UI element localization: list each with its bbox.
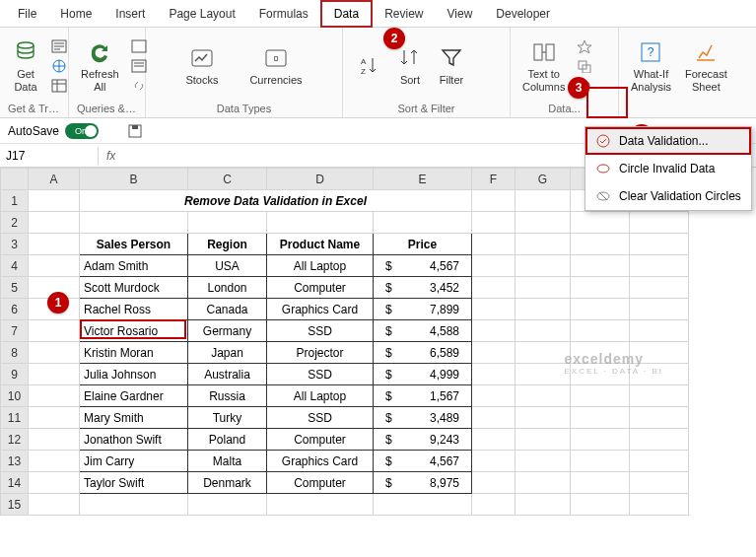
table-cell[interactable]: $7,899	[374, 299, 472, 320]
table-cell[interactable]: Projector	[267, 342, 374, 364]
row-3[interactable]: 3	[1, 234, 29, 255]
col-F[interactable]: F	[472, 169, 515, 190]
tab-review[interactable]: Review	[373, 2, 435, 26]
fx-label[interactable]: fx	[99, 149, 123, 163]
table-cell[interactable]: Kristin Moran	[80, 342, 188, 364]
table-cell[interactable]: Mary Smith	[80, 407, 188, 429]
table-cell[interactable]: SSD	[267, 320, 374, 342]
table-cell[interactable]: Malta	[188, 451, 267, 472]
row-11[interactable]: 11	[1, 407, 29, 429]
hdr-product-name[interactable]: Product Name	[267, 234, 374, 255]
name-box[interactable]: J17	[0, 147, 99, 165]
sort-az-button[interactable]: AZ	[351, 50, 386, 82]
row-14[interactable]: 14	[1, 472, 29, 494]
row-8[interactable]: 8	[1, 342, 29, 364]
get-data-button[interactable]: Get Data	[8, 36, 43, 94]
table-cell[interactable]: Jonathon Swift	[80, 429, 188, 451]
col-B[interactable]: B	[80, 169, 188, 190]
table-cell[interactable]: $3,489	[374, 407, 472, 429]
row-9[interactable]: 9	[1, 364, 29, 385]
hdr-region[interactable]: Region	[188, 234, 267, 255]
currencies-button[interactable]: ¤ Currencies	[245, 42, 306, 88]
tab-insert[interactable]: Insert	[103, 2, 157, 26]
table-cell[interactable]: SSD	[267, 407, 374, 429]
col-A[interactable]: A	[29, 169, 80, 190]
remove-duplicates-button[interactable]	[575, 57, 594, 75]
table-cell[interactable]: Rachel Ross	[80, 299, 188, 320]
row-12[interactable]: 12	[1, 429, 29, 451]
col-G[interactable]: G	[515, 169, 571, 190]
tab-file[interactable]: File	[6, 2, 48, 26]
table-cell[interactable]: Taylor Swift	[80, 472, 188, 494]
table-cell[interactable]: $4,567	[374, 451, 472, 472]
from-table-button[interactable]	[49, 77, 69, 95]
table-cell[interactable]: Australia	[188, 364, 267, 385]
table-cell[interactable]: Computer	[267, 429, 374, 451]
row-2[interactable]: 2	[1, 212, 29, 234]
save-icon[interactable]	[126, 122, 144, 140]
row-4[interactable]: 4	[1, 255, 29, 277]
table-cell[interactable]: $8,975	[374, 472, 472, 494]
table-cell[interactable]: Computer	[267, 472, 374, 494]
table-cell[interactable]: Adam Smith	[80, 255, 188, 277]
flash-fill-button[interactable]	[575, 37, 594, 55]
table-cell[interactable]: Russia	[188, 385, 267, 407]
table-cell[interactable]: $4,567	[374, 255, 472, 277]
spreadsheet-grid[interactable]: A B C D E F G H I 1Remove Data Validatio…	[0, 168, 689, 516]
col-D[interactable]: D	[267, 169, 374, 190]
filter-button[interactable]: Filter	[434, 42, 469, 88]
table-cell[interactable]: Computer	[267, 277, 374, 299]
menu-data-validation[interactable]: Data Validation...	[585, 127, 751, 155]
row-1[interactable]: 1	[1, 190, 29, 212]
table-cell[interactable]: $4,588	[374, 320, 472, 342]
menu-clear-circles[interactable]: Clear Validation Circles	[585, 182, 751, 210]
forecast-sheet-button[interactable]: Forecast Sheet	[681, 36, 731, 94]
table-cell[interactable]: All Laptop	[267, 255, 374, 277]
table-cell[interactable]: $4,999	[374, 364, 472, 385]
table-cell[interactable]: SSD	[267, 364, 374, 385]
tab-view[interactable]: View	[436, 2, 485, 26]
table-cell[interactable]: $6,589	[374, 342, 472, 364]
from-web-button[interactable]	[49, 57, 69, 75]
table-cell[interactable]: USA	[188, 255, 267, 277]
refresh-all-button[interactable]: Refresh All	[77, 36, 123, 94]
tab-data[interactable]: Data	[320, 0, 373, 28]
text-to-columns-button[interactable]: Text to Columns	[518, 36, 569, 94]
hdr-price[interactable]: Price	[374, 234, 472, 255]
table-cell[interactable]: $3,452	[374, 277, 472, 299]
table-cell[interactable]: Denmark	[188, 472, 267, 494]
table-cell[interactable]: All Laptop	[267, 385, 374, 407]
table-cell[interactable]: Elaine Gardner	[80, 385, 188, 407]
from-text-button[interactable]	[49, 37, 69, 55]
row-13[interactable]: 13	[1, 451, 29, 472]
table-cell[interactable]: Scott Murdock	[80, 277, 188, 299]
row-7[interactable]: 7	[1, 320, 29, 342]
tab-formulas[interactable]: Formulas	[247, 2, 320, 26]
table-cell[interactable]: Turky	[188, 407, 267, 429]
stocks-button[interactable]: Stocks	[181, 42, 222, 88]
tab-home[interactable]: Home	[48, 2, 103, 26]
table-cell[interactable]: Victor Rosario	[80, 320, 188, 342]
table-cell[interactable]: Julia Johnson	[80, 364, 188, 385]
table-cell[interactable]: London	[188, 277, 267, 299]
col-C[interactable]: C	[188, 169, 267, 190]
table-cell[interactable]: Canada	[188, 299, 267, 320]
hdr-sales-person[interactable]: Sales Person	[80, 234, 188, 255]
row-10[interactable]: 10	[1, 385, 29, 407]
row-6[interactable]: 6	[1, 299, 29, 320]
sort-button[interactable]: Sort	[392, 42, 428, 88]
row-5[interactable]: 5	[1, 277, 29, 299]
row-15[interactable]: 15	[1, 494, 29, 516]
table-cell[interactable]: Poland	[188, 429, 267, 451]
menu-circle-invalid[interactable]: Circle Invalid Data	[585, 155, 751, 182]
select-all[interactable]	[1, 169, 29, 190]
table-cell[interactable]: Japan	[188, 342, 267, 364]
col-E[interactable]: E	[374, 169, 472, 190]
tab-page-layout[interactable]: Page Layout	[157, 2, 246, 26]
table-cell[interactable]: Jim Carry	[80, 451, 188, 472]
table-cell[interactable]: $9,243	[374, 429, 472, 451]
table-cell[interactable]: $1,567	[374, 385, 472, 407]
title-cell[interactable]: Remove Data Validation in Excel	[80, 190, 472, 212]
table-cell[interactable]: Graphics Card	[267, 451, 374, 472]
whatif-button[interactable]: ? What-If Analysis	[627, 36, 675, 94]
